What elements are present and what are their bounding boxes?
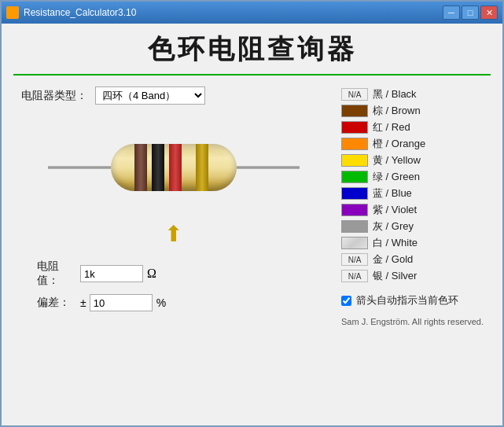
title-bar-text: Resistance_Calculator3.10 <box>24 7 443 18</box>
copyright-text: Sam J. Engström. All rights reserved. <box>341 317 491 326</box>
band-4 <box>196 144 208 191</box>
color-row: 蓝 / Blue <box>341 186 491 201</box>
band-3 <box>169 144 182 191</box>
color-row: 白 / White <box>341 235 491 251</box>
tolerance-label: 偏差： <box>37 296 80 310</box>
color-row: 橙 / Orange <box>341 136 491 152</box>
resistor-type-select[interactable]: 四环（4 Band） 五环（5 Band） 六环（6 Band） <box>95 87 205 105</box>
resistor-row <box>48 144 300 191</box>
resistor-body <box>111 144 237 191</box>
color-row: N/A银 / Silver <box>341 268 491 284</box>
values-section: 电阻值： Ω 偏差： ± % <box>13 260 333 318</box>
tolerance-row: 偏差： ± % <box>37 294 333 311</box>
title-bar-buttons: ─ □ ✕ <box>443 6 498 20</box>
resistor-body-wrapper <box>111 144 237 191</box>
title-bar: Resistance_Calculator3.10 ─ □ ✕ <box>2 2 502 24</box>
content-area: 色环电阻查询器 电阻器类型： 四环（4 Band） 五环（5 Band） 六环（… <box>2 24 502 425</box>
color-swatch <box>341 154 368 167</box>
resistor-type-row: 电阻器类型： 四环（4 Band） 五环（5 Band） 六环（6 Band） <box>13 87 333 105</box>
right-panel: N/A黑 / Black棕 / Brown红 / Red橙 / Orange黄 … <box>333 87 491 418</box>
color-row: 棕 / Brown <box>341 103 491 119</box>
resistor-display <box>21 120 326 215</box>
color-name: 白 / White <box>373 236 418 250</box>
color-name: 黄 / Yellow <box>373 153 421 167</box>
page-title: 色环电阻查询器 <box>13 31 491 68</box>
auto-arrow-checkbox[interactable] <box>341 296 351 306</box>
left-panel: 电阻器类型： 四环（4 Band） 五环（5 Band） 六环（6 Band） <box>13 87 333 418</box>
band-1 <box>134 144 147 191</box>
color-swatch <box>341 187 368 200</box>
resistance-label: 电阻值： <box>37 260 80 288</box>
color-swatch <box>341 220 368 233</box>
color-row: 红 / Red <box>341 120 491 135</box>
tolerance-unit: % <box>156 296 166 309</box>
color-row: N/A金 / Gold <box>341 252 491 267</box>
color-badge: N/A <box>341 88 368 101</box>
color-row: 灰 / Grey <box>341 219 491 234</box>
color-name: 紫 / Violet <box>373 203 417 217</box>
color-badge: N/A <box>341 270 368 282</box>
color-row: 紫 / Violet <box>341 202 491 218</box>
color-name: 橙 / Orange <box>373 137 425 151</box>
color-row: 黄 / Yellow <box>341 153 491 168</box>
color-name: 黑 / Black <box>373 87 417 101</box>
color-swatch <box>341 171 368 183</box>
color-swatch <box>341 237 368 249</box>
close-button[interactable]: ✕ <box>480 6 498 20</box>
wire-left <box>48 166 111 169</box>
title-divider <box>13 74 491 75</box>
main-window: Resistance_Calculator3.10 ─ □ ✕ 色环电阻查询器 … <box>0 0 504 427</box>
color-swatch <box>341 204 368 216</box>
maximize-button[interactable]: □ <box>462 6 479 20</box>
arrow-indicator: ⬆ <box>164 221 182 247</box>
color-swatch <box>341 138 368 150</box>
color-name: 灰 / Grey <box>373 219 414 234</box>
color-row: 绿 / Green <box>341 169 491 185</box>
color-name: 绿 / Green <box>373 170 420 184</box>
color-name: 金 / Gold <box>373 252 413 267</box>
resistance-input[interactable] <box>80 265 143 282</box>
color-name: 蓝 / Blue <box>373 186 412 201</box>
arrow-row: ⬆ <box>13 221 333 247</box>
minimize-button[interactable]: ─ <box>443 6 460 20</box>
color-name: 银 / Silver <box>373 269 417 283</box>
resistor-type-label: 电阻器类型： <box>21 89 87 103</box>
tolerance-pm: ± <box>80 296 86 309</box>
wire-right <box>237 166 300 169</box>
auto-arrow-row: 箭头自动指示当前色环 <box>341 293 491 307</box>
color-table: N/A黑 / Black棕 / Brown红 / Red橙 / Orange黄 … <box>341 87 491 284</box>
color-swatch <box>341 105 368 117</box>
resistance-unit: Ω <box>147 267 156 281</box>
app-icon <box>6 6 19 19</box>
band-2 <box>152 144 164 191</box>
color-badge: N/A <box>341 253 368 266</box>
color-name: 棕 / Brown <box>373 104 421 118</box>
color-swatch <box>341 121 368 134</box>
color-name: 红 / Red <box>373 120 410 134</box>
resistance-row: 电阻值： Ω <box>37 260 333 288</box>
main-area: 电阻器类型： 四环（4 Band） 五环（5 Band） 六环（6 Band） <box>13 87 491 418</box>
color-row: N/A黑 / Black <box>341 87 491 102</box>
tolerance-input[interactable] <box>90 294 153 311</box>
auto-arrow-label: 箭头自动指示当前色环 <box>356 293 458 307</box>
